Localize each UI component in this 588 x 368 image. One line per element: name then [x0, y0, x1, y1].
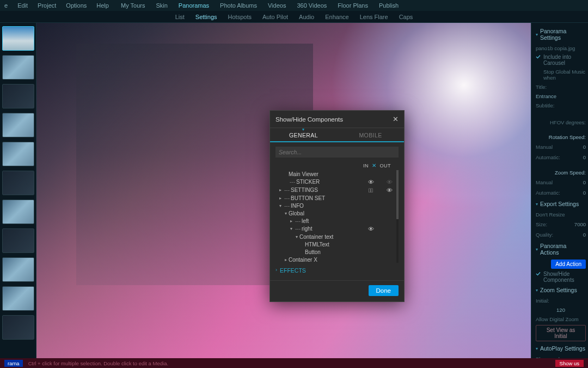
thumbnail[interactable] — [2, 315, 34, 340]
nav-videos[interactable]: Videos — [268, 2, 286, 9]
expand-icon[interactable]: ▸ — [283, 257, 289, 262]
thumbnail[interactable] — [2, 55, 34, 80]
subnav-enhance[interactable]: Enhance — [325, 14, 348, 20]
zoom-settings-header[interactable]: Zoom Settings — [536, 285, 586, 295]
thumbnail[interactable] — [2, 142, 34, 166]
automatic-value[interactable]: 0 — [583, 190, 586, 196]
thumbnail[interactable] — [2, 84, 34, 108]
tree-row[interactable]: Main Viewer — [275, 170, 399, 178]
filename: pano1b copia.jpg — [536, 45, 586, 52]
search-input[interactable] — [275, 147, 399, 158]
initial-value[interactable]: 120 — [536, 306, 586, 313]
thumbnail-strip — [0, 23, 36, 368]
status-hint: Ctrl + click for multiple selection. Dou… — [28, 360, 168, 366]
showhide-check[interactable]: Show/Hide Components — [536, 271, 586, 283]
thumbnail[interactable] — [2, 26, 34, 51]
thumbnail[interactable] — [2, 200, 34, 224]
subnav-list[interactable]: List — [175, 14, 185, 20]
expand-icon[interactable]: ▸ — [289, 219, 294, 224]
tree-label: left — [302, 218, 362, 224]
tree-row[interactable]: ▸---SETTINGS👁̶👁 — [275, 186, 399, 194]
tree-row[interactable]: ▾Container text — [275, 233, 399, 240]
menu-item[interactable]: Edit — [17, 2, 28, 9]
expand-icon[interactable]: ▸ — [278, 188, 283, 192]
tree-row[interactable]: ▾Global — [275, 209, 399, 217]
autoplay-settings-header[interactable]: AutoPlay Settings — [536, 343, 586, 353]
add-action-button[interactable]: Add Action — [551, 260, 586, 269]
menu-item[interactable]: e — [4, 2, 8, 9]
tree-label: Container text — [299, 234, 362, 240]
manual-value[interactable]: 0 — [583, 179, 586, 185]
done-button[interactable]: Done — [369, 285, 399, 296]
close-icon[interactable]: ✕ — [393, 115, 399, 123]
tree-row[interactable]: HTMLText — [275, 240, 399, 248]
automatic-value[interactable]: 0 — [583, 154, 586, 160]
menu-bar: e Edit Project Options Help My Tours Ski… — [0, 0, 588, 11]
tab-general[interactable]: GENERAL — [270, 128, 337, 141]
nav-publish[interactable]: Publish — [379, 2, 399, 9]
tree-row[interactable]: ▸---left — [275, 217, 399, 225]
status-right-tag[interactable]: Show us — [555, 360, 584, 367]
size-value[interactable]: 7000 — [574, 221, 586, 227]
nav-panoramas[interactable]: Panoramas — [179, 2, 209, 9]
effects-label: EFFECTS — [280, 267, 306, 274]
tree-row[interactable]: Button — [275, 248, 399, 256]
quality-value[interactable]: 0 — [583, 232, 586, 238]
include-carousel-check[interactable]: Include into Carousel — [536, 54, 586, 66]
showhide-label: Show/Hide Components — [543, 271, 586, 283]
panorama-actions-header[interactable]: Panorama Actions — [536, 241, 586, 257]
title-label: Title: — [536, 83, 586, 91]
nav-photo-albums[interactable]: Photo Albums — [220, 2, 257, 9]
checkmark-icon — [536, 272, 541, 276]
expand-icon[interactable]: ▸ — [278, 196, 283, 201]
nav-floor-plans[interactable]: Floor Plans — [338, 2, 368, 9]
menu-item[interactable]: Project — [38, 2, 56, 9]
subnav-lens-flare[interactable]: Lens Flare — [360, 14, 388, 20]
subnav-caps[interactable]: Caps — [399, 14, 413, 20]
tree-row[interactable]: ▸Container X — [275, 256, 399, 263]
panorama-settings-header[interactable]: Panorama Settings — [536, 26, 586, 43]
quality-label: Quality: — [536, 232, 553, 238]
nav-my-tours[interactable]: My Tours — [121, 2, 145, 9]
manual-label: Manual — [536, 144, 553, 150]
expand-icon[interactable]: ▾ — [283, 211, 289, 216]
title-value[interactable]: Entrance — [536, 93, 586, 100]
component-tree: Main Viewer---STICKER👁👁▸---SETTINGS👁̶👁▸-… — [275, 170, 399, 263]
tree-row[interactable]: ▸---BUTTON SET — [275, 194, 399, 202]
tab-mobile[interactable]: MOBILE — [337, 128, 404, 141]
manual-value[interactable]: 0 — [583, 144, 586, 150]
carousel-label: Include into Carousel — [543, 54, 586, 66]
tree-label: right — [302, 226, 362, 232]
subnav-hotspots[interactable]: Hotspots — [228, 14, 252, 20]
scrollbar[interactable] — [396, 170, 399, 263]
tree-row[interactable]: ---STICKER👁👁 — [275, 178, 399, 186]
menu-item[interactable]: Help — [96, 2, 109, 9]
panorama-canvas[interactable]: Show/Hide Components ✕ GENERAL MOBILE IN… — [36, 23, 531, 368]
allow-dz-label[interactable]: Allow Digital Zoom — [536, 316, 586, 323]
thumbnail[interactable] — [2, 113, 34, 137]
export-settings-header[interactable]: Export Settings — [536, 199, 586, 209]
tree-row[interactable]: ▾---right👁 — [275, 225, 399, 233]
section-nav: My Tours Skin Panoramas Photo Albums Vid… — [121, 2, 584, 9]
thumbnail[interactable] — [2, 257, 34, 282]
subnav-auto-pilot[interactable]: Auto Pilot — [262, 14, 288, 20]
nav-360-videos[interactable]: 360 Videos — [297, 2, 327, 9]
subnav-settings[interactable]: Settings — [195, 14, 217, 20]
thumbnail[interactable] — [2, 228, 34, 253]
expand-icon[interactable]: ▾ — [289, 226, 294, 231]
tree-label: HTMLText — [305, 242, 362, 248]
automatic-label: Automatic: — [536, 190, 560, 196]
sub-nav: List Settings Hotspots Auto Pilot Audio … — [0, 11, 588, 23]
thumbnail[interactable] — [2, 286, 34, 311]
nav-skin[interactable]: Skin — [156, 2, 167, 9]
tree-row[interactable]: ▾---INFO — [275, 202, 399, 209]
set-view-button[interactable]: Set View as Initial — [536, 325, 586, 341]
subnav-audio[interactable]: Audio — [299, 14, 314, 20]
effects-section[interactable]: › EFFECTS — [275, 263, 399, 276]
col-out: OUT — [380, 163, 391, 168]
expand-icon[interactable]: ▾ — [278, 203, 283, 208]
thumbnail[interactable] — [2, 171, 34, 195]
expand-icon[interactable]: ▾ — [294, 234, 299, 239]
menu-item[interactable]: Options — [66, 2, 87, 9]
dont-resize-label[interactable]: Don't Resize — [536, 211, 586, 218]
